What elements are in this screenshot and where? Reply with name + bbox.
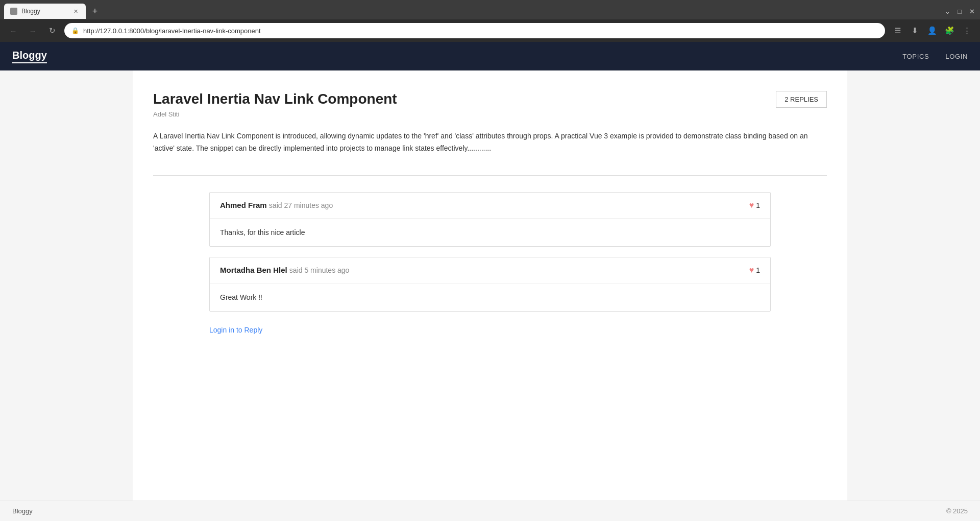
comment-likes[interactable]: ♥ 1: [749, 266, 760, 275]
app-logo[interactable]: Bloggy: [12, 50, 47, 63]
minimize-button[interactable]: ⌄: [943, 7, 951, 15]
close-window-button[interactable]: ✕: [968, 7, 976, 15]
extensions-icon[interactable]: 🧩: [942, 23, 957, 38]
comment-author: Mortadha Ben Hlel: [220, 266, 287, 274]
comment-meta: Ahmed Fram said 27 minutes ago: [220, 201, 333, 209]
window-controls: ⌄ □ ✕: [943, 7, 976, 15]
comment-text: Thanks, for this nice article: [220, 228, 305, 236]
active-tab[interactable]: Bloggy ✕: [4, 4, 86, 19]
lock-icon: 🔒: [71, 27, 79, 34]
comment-time: said 5 minutes ago: [289, 266, 350, 274]
section-divider: [153, 175, 827, 176]
reload-button[interactable]: ↻: [45, 23, 59, 38]
comment-header: Mortadha Ben Hlel said 5 minutes ago ♥ 1: [210, 257, 770, 283]
footer-copyright: © 2025: [946, 507, 968, 515]
toolbar-icons: ☰ ⬇ 👤 🧩 ⋮: [890, 23, 974, 38]
post-body: A Laravel Inertia Nav Link Component is …: [153, 130, 827, 155]
app-footer: Bloggy © 2025: [0, 501, 980, 521]
menu-icon[interactable]: ⋮: [960, 23, 974, 38]
comment-text: Great Work !!: [220, 293, 262, 301]
footer-brand: Bloggy: [12, 507, 33, 515]
comment-meta: Mortadha Ben Hlel said 5 minutes ago: [220, 266, 349, 274]
post-title: Laravel Inertia Nav Link Component: [153, 91, 397, 107]
main-content: Laravel Inertia Nav Link Component Adel …: [133, 70, 847, 501]
browser-chrome: Bloggy ✕ + ⌄ □ ✕ ← → ↻ 🔒 http://127.0.0.…: [0, 0, 980, 42]
tab-favicon: [10, 8, 17, 15]
back-button[interactable]: ←: [6, 23, 20, 38]
comment-author: Ahmed Fram: [220, 201, 267, 209]
profile-icon[interactable]: 👤: [925, 23, 939, 38]
comment-card: Ahmed Fram said 27 minutes ago ♥ 1 Thank…: [209, 192, 771, 247]
new-tab-button[interactable]: +: [88, 4, 102, 18]
comment-likes[interactable]: ♥ 1: [749, 201, 760, 210]
tab-bar: Bloggy ✕ + ⌄ □ ✕: [0, 0, 980, 19]
nav-login-link[interactable]: LOGIN: [945, 53, 968, 60]
comments-section: Ahmed Fram said 27 minutes ago ♥ 1 Thank…: [209, 192, 771, 335]
url-bar[interactable]: 🔒 http://127.0.0.1:8000/blog/laravel-Ine…: [64, 23, 885, 38]
post-title-block: Laravel Inertia Nav Link Component Adel …: [153, 91, 397, 118]
comment-body: Great Work !!: [210, 283, 770, 311]
like-count: 1: [756, 266, 760, 274]
comment-card: Mortadha Ben Hlel said 5 minutes ago ♥ 1…: [209, 257, 771, 312]
comment-time: said 27 minutes ago: [269, 201, 333, 209]
comment-body: Thanks, for this nice article: [210, 219, 770, 246]
bookmarks-icon[interactable]: ☰: [890, 23, 904, 38]
download-icon[interactable]: ⬇: [908, 23, 922, 38]
maximize-button[interactable]: □: [955, 7, 964, 15]
address-bar: ← → ↻ 🔒 http://127.0.0.1:8000/blog/larav…: [0, 19, 980, 42]
url-text: http://127.0.0.1:8000/blog/laravel-Inert…: [83, 27, 878, 35]
like-count: 1: [756, 201, 760, 209]
login-to-reply-link[interactable]: Login in to Reply: [209, 326, 262, 334]
heart-icon: ♥: [749, 266, 754, 275]
nav-links: TOPICS LOGIN: [902, 53, 968, 60]
forward-button[interactable]: →: [26, 23, 40, 38]
tab-title: Bloggy: [21, 8, 67, 15]
comment-header: Ahmed Fram said 27 minutes ago ♥ 1: [210, 193, 770, 219]
heart-icon: ♥: [749, 201, 754, 210]
nav-topics-link[interactable]: TOPICS: [902, 53, 929, 60]
post-header: Laravel Inertia Nav Link Component Adel …: [153, 91, 827, 118]
app-navbar: Bloggy TOPICS LOGIN: [0, 42, 980, 70]
tab-close-button[interactable]: ✕: [71, 7, 80, 15]
replies-badge: 2 REPLIES: [776, 91, 827, 108]
post-author: Adel Stiti: [153, 110, 397, 118]
